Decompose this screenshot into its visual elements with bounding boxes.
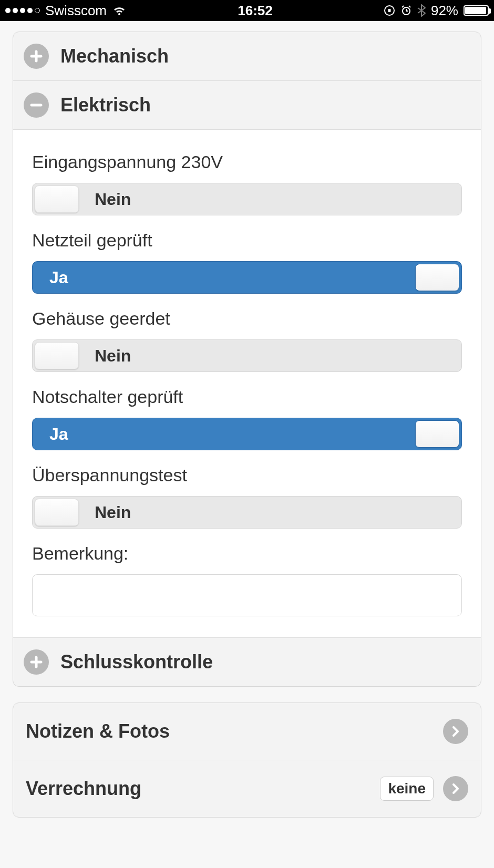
signal-dots-icon <box>5 8 40 13</box>
battery-icon <box>464 5 489 16</box>
status-bar: Swisscom 16:52 92% <box>0 0 494 21</box>
toggle-knob <box>415 264 459 291</box>
status-right: 92% <box>384 3 489 19</box>
lower-list-panel: Notizen & Fotos Verrechnung keine <box>13 702 481 818</box>
field-netzteil: Netzteil geprüft Ja <box>32 230 462 294</box>
toggle-state: Nein <box>95 346 131 366</box>
field-bemerkung: Bemerkung: <box>32 543 462 616</box>
plus-icon <box>24 649 49 675</box>
field-label: Netzteil geprüft <box>32 230 462 251</box>
field-label: Bemerkung: <box>32 543 462 564</box>
row-label: Verrechnung <box>26 778 141 800</box>
bluetooth-icon <box>417 4 426 17</box>
field-eingangspannung: Eingangspannung 230V Nein <box>32 152 462 215</box>
toggle-notschalter[interactable]: Ja <box>32 418 462 450</box>
section-elektrisch-label: Elektrisch <box>60 94 151 116</box>
section-elektrisch[interactable]: Elektrisch <box>13 81 481 130</box>
field-label: Eingangspannung 230V <box>32 152 462 172</box>
chevron-right-icon <box>443 719 468 744</box>
chevron-right-icon <box>443 776 468 801</box>
toggle-eingangspannung[interactable]: Nein <box>32 183 462 215</box>
field-notschalter: Notschalter geprüft Ja <box>32 387 462 450</box>
section-schlusskontrolle[interactable]: Schlusskontrolle <box>13 638 481 686</box>
wifi-icon <box>112 5 127 16</box>
section-elektrisch-body: Eingangspannung 230V Nein Netzteil geprü… <box>13 130 481 638</box>
battery-pct-label: 92% <box>431 3 458 19</box>
section-mechanisch-label: Mechanisch <box>60 45 169 67</box>
toggle-ueberspannung[interactable]: Nein <box>32 496 462 529</box>
plus-icon <box>24 44 49 69</box>
toggle-knob <box>35 185 79 213</box>
row-verrechnung[interactable]: Verrechnung keine <box>13 760 481 817</box>
svg-line-6 <box>409 6 410 7</box>
toggle-knob <box>415 420 459 448</box>
svg-line-5 <box>402 6 404 7</box>
toggle-state: Ja <box>49 425 68 444</box>
row-label: Notizen & Fotos <box>26 720 170 742</box>
toggle-knob <box>35 342 79 369</box>
status-left: Swisscom <box>5 3 127 19</box>
field-label: Notschalter geprüft <box>32 387 462 407</box>
field-label: Überspannungstest <box>32 465 462 485</box>
carrier-label: Swisscom <box>45 3 107 19</box>
field-gehaeuse: Gehäuse geerdet Nein <box>32 308 462 372</box>
svg-rect-1 <box>388 9 390 12</box>
field-ueberspannung: Überspannungstest Nein <box>32 465 462 529</box>
section-schlusskontrolle-label: Schlusskontrolle <box>60 651 213 673</box>
section-mechanisch[interactable]: Mechanisch <box>13 32 481 81</box>
toggle-state: Nein <box>95 503 131 522</box>
toggle-gehaeuse[interactable]: Nein <box>32 339 462 372</box>
row-notizen-fotos[interactable]: Notizen & Fotos <box>13 703 481 760</box>
bemerkung-input[interactable] <box>32 574 462 616</box>
alarm-icon <box>400 5 412 16</box>
toggle-state: Nein <box>95 190 131 209</box>
clock-label: 16:52 <box>238 3 273 19</box>
toggle-netzteil[interactable]: Ja <box>32 261 462 294</box>
field-label: Gehäuse geerdet <box>32 308 462 329</box>
toggle-state: Ja <box>49 268 68 287</box>
verrechnung-value-button[interactable]: keine <box>380 777 434 801</box>
rotation-lock-icon <box>384 5 395 16</box>
minus-icon <box>24 92 49 118</box>
toggle-knob <box>35 499 79 526</box>
checklist-panel: Mechanisch Elektrisch Eingangspannung 23… <box>13 32 481 687</box>
